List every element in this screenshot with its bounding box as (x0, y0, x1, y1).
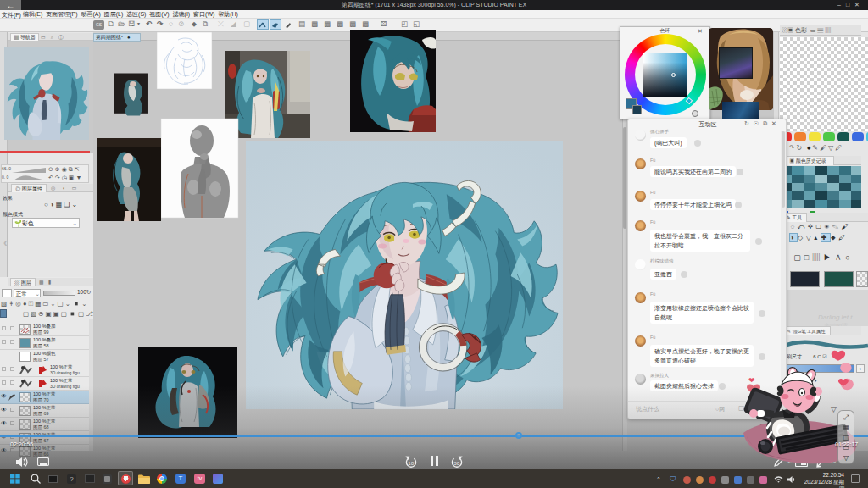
svg-text:10: 10 (408, 460, 414, 466)
svg-text:30: 30 (453, 460, 459, 466)
